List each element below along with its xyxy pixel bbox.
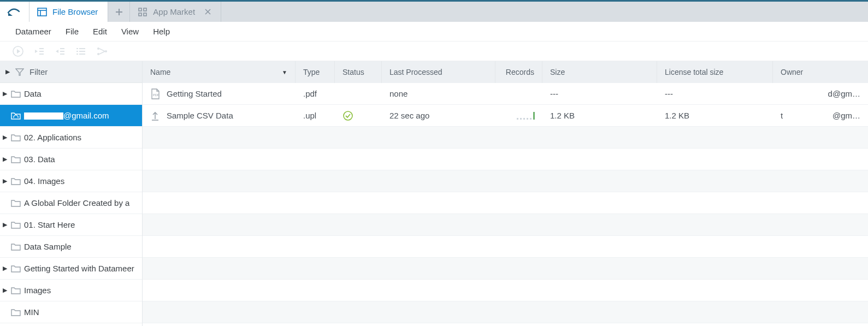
cell-name: Sample CSV Data [167,111,233,120]
toolbar [0,42,868,61]
caret-icon: ▶ [2,134,8,141]
file-browser-icon [37,7,47,17]
col-last[interactable]: Last Processed [382,61,495,83]
sidebar-item[interactable]: @gmail.com [0,105,142,127]
menu-file[interactable]: File [66,27,79,36]
svg-rect-25 [76,54,78,55]
cell-license: 1.2 KB [665,111,689,120]
svg-line-31 [99,51,105,54]
caret-icon: ▶ [2,265,8,272]
redacted-text [24,112,63,120]
table-row-empty [143,323,868,326]
cell-last: none [389,89,408,98]
menu-edit[interactable]: Edit [93,27,107,36]
svg-rect-14 [39,48,44,49]
folder-tree: ▶Data@gmail.com▶02. Applications▶03. Dat… [0,83,142,323]
caret-icon: ▶ [2,156,8,163]
cell-owner-right: @gm… [832,111,860,120]
folder-icon [11,199,21,207]
status-ok-icon [343,110,353,121]
cell-size: 1.2 KB [550,111,575,120]
sidebar-item[interactable]: A Global Folder Created by a [0,192,142,214]
toolbar-button-3[interactable] [75,46,86,56]
sidebar: ▶ Filter ▶Data@gmail.com▶02. Application… [0,61,143,326]
tab-bar: File Browser App Market [0,0,868,22]
sidebar-item-label: Getting Started with Datameer [24,264,134,273]
sidebar-item[interactable]: ▶03. Data [0,149,142,170]
folder-icon [11,133,21,141]
folder-icon [11,221,21,229]
svg-point-29 [105,50,107,52]
col-size[interactable]: Size [542,61,657,83]
svg-point-28 [97,53,99,55]
sidebar-item[interactable]: MIN [0,301,142,323]
svg-line-30 [99,49,105,51]
pdf-file-icon: PDF [150,88,160,99]
svg-rect-26 [79,54,85,55]
cell-name: Getting Started [167,89,222,98]
sidebar-item[interactable]: ▶Data [0,83,142,105]
svg-rect-21 [76,48,78,49]
sidebar-item[interactable]: ▶Images [0,280,142,301]
folder-icon [11,242,21,251]
close-icon[interactable] [205,7,211,16]
caret-icon: ▶ [2,90,8,97]
sidebar-item-label: 01. Start Here [24,220,75,229]
svg-rect-5 [139,8,141,11]
sidebar-item-label: @gmail.com [24,111,109,120]
menu-help[interactable]: Help [153,27,170,36]
play-circle-icon [12,45,24,57]
svg-marker-12 [17,49,20,54]
menu-bar: Datameer File Edit View Help [0,22,868,42]
file-table: Name Type Status Last Processed Records … [143,61,868,326]
table-row-empty [143,258,868,280]
tab-file-browser[interactable]: File Browser [29,2,108,22]
col-records[interactable]: Records [495,61,542,83]
tab-app-market[interactable]: App Market [130,2,221,22]
caret-icon: ▶ [2,221,8,228]
sidebar-item[interactable]: ▶01. Start Here [0,214,142,236]
svg-point-27 [97,48,99,50]
folder-icon [11,155,21,163]
toolbar-button-1[interactable] [34,46,45,56]
col-name[interactable]: Name [143,61,296,83]
col-type[interactable]: Type [296,61,335,83]
svg-rect-7 [139,13,141,16]
tab-add-button[interactable] [108,2,130,22]
svg-rect-6 [144,8,146,11]
sidebar-item-label: 03. Data [24,155,55,164]
toolbar-button-2[interactable] [55,46,66,56]
svg-rect-23 [76,51,78,52]
sidebar-item-label: 02. Applications [24,133,81,142]
svg-marker-13 [35,50,38,53]
indent-icon [55,46,66,56]
table-row[interactable]: PDFGetting Started.pdfnone------d@gm… [143,83,868,105]
menu-datameer[interactable]: Datameer [15,27,51,36]
folder-icon [11,308,21,316]
svg-rect-20 [60,54,64,55]
toolbar-button-4[interactable] [96,46,108,56]
col-license[interactable]: License total size [657,61,773,83]
cell-type: .upl [303,111,316,120]
table-row[interactable]: Sample CSV Data.upl22 sec ago1.2 KB1.2 K… [143,105,868,127]
tab-app-market-label: App Market [153,7,195,16]
run-button[interactable] [12,45,24,57]
filter-row[interactable]: ▶ Filter [0,61,142,83]
menu-view[interactable]: View [121,27,139,36]
app-market-icon [138,7,147,17]
main: ▶ Filter ▶Data@gmail.com▶02. Application… [0,61,868,326]
svg-rect-22 [79,48,85,49]
sidebar-item[interactable]: Data Sample [0,236,142,258]
svg-point-36 [344,111,352,120]
sidebar-item[interactable]: ▶Getting Started with Datameer [0,258,142,280]
svg-rect-16 [39,54,44,55]
sidebar-item[interactable]: ▶04. Images [0,170,142,192]
folder-icon [11,264,21,272]
svg-marker-32 [16,69,23,75]
app-logo [0,2,29,22]
sidebar-item[interactable]: ▶02. Applications [0,127,142,149]
filter-icon [15,68,24,76]
svg-rect-24 [79,51,85,52]
col-owner[interactable]: Owner [773,61,868,83]
col-status[interactable]: Status [335,61,382,83]
